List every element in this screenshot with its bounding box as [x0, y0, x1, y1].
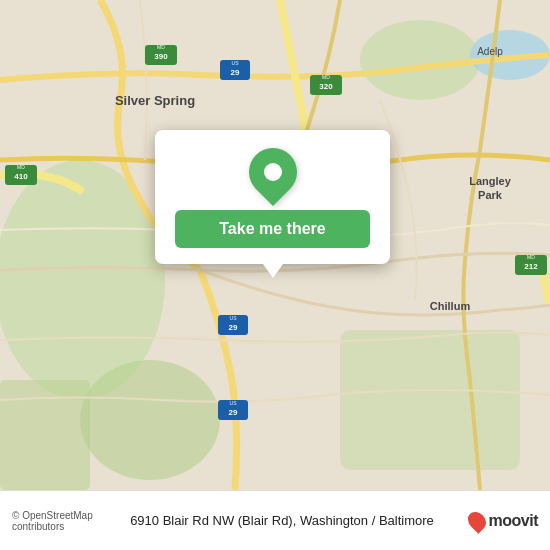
svg-text:410: 410	[14, 172, 28, 181]
svg-text:US: US	[230, 315, 238, 321]
svg-text:29: 29	[229, 408, 238, 417]
svg-text:US: US	[230, 400, 238, 406]
osm-attribution-text: © OpenStreetMap contributors	[12, 510, 122, 532]
moovit-logo: moovit	[469, 511, 538, 531]
moovit-wordmark: moovit	[489, 512, 538, 530]
svg-text:29: 29	[231, 68, 240, 77]
svg-point-4	[80, 360, 220, 480]
svg-text:Silver Spring: Silver Spring	[115, 93, 195, 108]
pin-center-dot	[264, 163, 282, 181]
svg-text:MD: MD	[527, 254, 535, 260]
svg-text:Park: Park	[478, 189, 503, 201]
svg-text:US: US	[232, 60, 240, 66]
svg-text:320: 320	[319, 82, 333, 91]
location-pin-icon	[239, 138, 307, 206]
svg-text:Langley: Langley	[469, 175, 511, 187]
moovit-pin-icon	[464, 508, 489, 533]
svg-rect-3	[340, 330, 520, 470]
svg-rect-5	[0, 380, 90, 490]
bottom-info-bar: © OpenStreetMap contributors 6910 Blair …	[0, 490, 550, 550]
svg-text:390: 390	[154, 52, 168, 61]
svg-text:MD: MD	[322, 74, 330, 80]
svg-text:MD: MD	[157, 44, 165, 50]
location-label: 6910 Blair Rd NW (Blair Rd), Washington …	[130, 513, 460, 528]
svg-text:212: 212	[524, 262, 538, 271]
svg-text:Chillum: Chillum	[430, 300, 471, 312]
map-view: 29 US 390 MD 320 MD 410 MD 29 US 29 US 2…	[0, 0, 550, 490]
svg-text:MD: MD	[17, 164, 25, 170]
take-me-there-button[interactable]: Take me there	[175, 210, 370, 248]
svg-text:29: 29	[229, 323, 238, 332]
location-popup: Take me there	[155, 130, 390, 264]
svg-text:Adelp: Adelp	[477, 46, 503, 57]
